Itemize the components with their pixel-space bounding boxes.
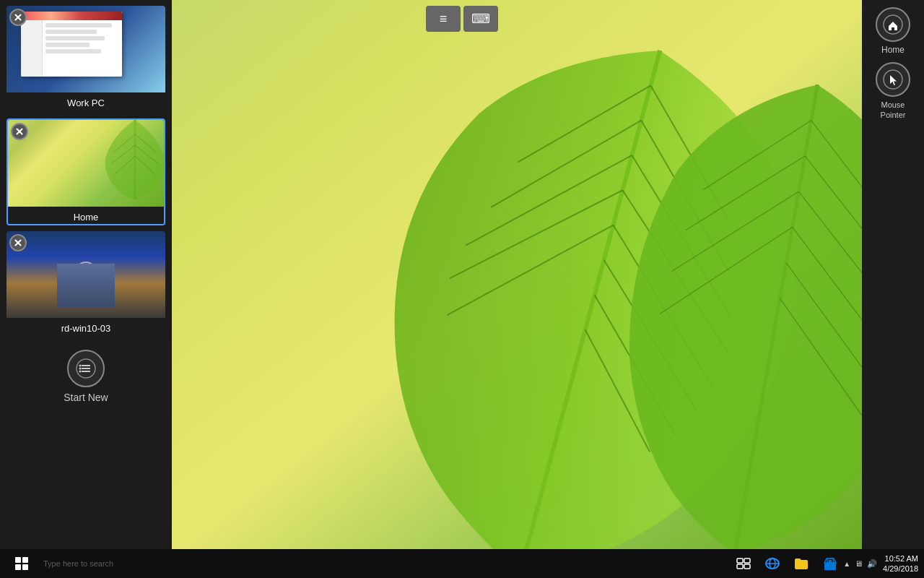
- store-icon: [822, 556, 838, 571]
- taskbar-pinned-icons: [731, 551, 843, 577]
- list-icon: [76, 358, 96, 379]
- desktop-leaf-svg: [172, 0, 862, 549]
- right-sidebar: Home Mouse Pointer: [862, 0, 924, 549]
- taskbar-start-button[interactable]: [6, 549, 38, 578]
- svg-rect-44: [737, 564, 743, 569]
- taskbar-clock[interactable]: 10:52 AM 4/29/2018: [883, 553, 918, 574]
- work-pc-line3: [45, 36, 105, 40]
- work-pc-line2: [45, 30, 97, 34]
- win-logo-sq1: [15, 557, 21, 563]
- tray-icons: ▲ 🖥 🔊: [843, 559, 877, 569]
- tray-network-icon: 🖥: [855, 559, 863, 568]
- tray-volume-icon: 🔊: [867, 559, 877, 569]
- mouse-pointer-button[interactable]: Mouse Pointer: [876, 62, 910, 121]
- session-card-home[interactable]: Home: [6, 118, 165, 225]
- home-preview: [8, 120, 164, 207]
- work-pc-titlebar: [21, 12, 122, 20]
- home-right-label: Home: [881, 45, 905, 55]
- work-pc-content: [43, 20, 122, 77]
- svg-rect-45: [744, 564, 750, 569]
- close-home-button[interactable]: [11, 123, 28, 140]
- win-logo-sq4: [22, 564, 28, 570]
- menu-button[interactable]: ≡: [426, 6, 461, 32]
- tray-chevron[interactable]: ▲: [843, 560, 850, 568]
- windows-logo: [15, 557, 28, 570]
- task-view-icon: [736, 556, 751, 571]
- svg-rect-42: [737, 558, 743, 563]
- rdwin-preview: 👤: [6, 231, 165, 318]
- start-new-icon: [67, 350, 105, 387]
- rdwin-label: rd-win10-03: [6, 318, 165, 338]
- taskbar-ie[interactable]: [759, 551, 785, 577]
- taskbar-date-text: 4/29/2018: [883, 564, 918, 574]
- taskbar-search: Type here to search: [43, 559, 687, 568]
- close-rdwin-button[interactable]: [9, 234, 27, 251]
- mouse-pointer-icon: [876, 62, 910, 97]
- work-pc-label: Work PC: [6, 92, 165, 113]
- work-pc-body: [21, 20, 122, 77]
- taskbar-task-view[interactable]: [731, 551, 757, 577]
- folder-icon: [793, 556, 809, 571]
- home-thumbnail: [8, 120, 164, 207]
- taskbar-search-text: Type here to search: [43, 559, 113, 568]
- work-pc-preview: [6, 6, 165, 92]
- session-card-rdwin[interactable]: 👤 rd-win10-03: [6, 231, 165, 338]
- session-card-work-pc[interactable]: Work PC: [6, 6, 165, 113]
- win-logo-sq2: [22, 557, 28, 563]
- home-right-icon: [876, 7, 910, 42]
- home-label: Home: [8, 207, 164, 225]
- rdwin-thumbnail: 👤: [6, 231, 165, 318]
- work-pc-line5: [45, 49, 101, 53]
- ie-icon: [764, 556, 780, 571]
- taskbar: Type here to search: [0, 549, 924, 578]
- taskbar-store[interactable]: [817, 551, 843, 577]
- start-new-label: Start New: [64, 392, 108, 403]
- taskbar-right-area: ▲ 🖥 🔊 10:52 AM 4/29/2018: [843, 553, 918, 574]
- desktop: [172, 0, 862, 549]
- taskbar-folder[interactable]: [788, 551, 814, 577]
- cursor-icon: [883, 69, 903, 90]
- svg-point-37: [79, 365, 82, 367]
- svg-point-39: [79, 371, 82, 373]
- work-pc-sidebar: [21, 20, 43, 77]
- sidebar: Work PC Home 👤: [0, 0, 172, 549]
- svg-rect-43: [744, 558, 750, 563]
- work-pc-window: [21, 12, 122, 77]
- keyboard-button[interactable]: ⌨: [463, 6, 498, 32]
- work-pc-line1: [45, 23, 112, 27]
- rdwin-building: [57, 264, 115, 307]
- start-new-button[interactable]: Start New: [64, 350, 108, 403]
- close-work-pc-button[interactable]: [9, 9, 27, 26]
- taskbar-time-text: 10:52 AM: [883, 553, 918, 564]
- win-logo-sq3: [15, 564, 21, 570]
- home-leaf-svg: [99, 120, 164, 199]
- home-right-button[interactable]: Home: [876, 7, 910, 55]
- work-pc-line4: [45, 43, 90, 47]
- svg-point-38: [79, 368, 82, 370]
- work-pc-thumbnail: [6, 6, 165, 92]
- home-icon: [883, 14, 903, 35]
- mouse-pointer-label: Mouse Pointer: [881, 100, 906, 121]
- top-toolbar: ≡ ⌨: [426, 6, 498, 32]
